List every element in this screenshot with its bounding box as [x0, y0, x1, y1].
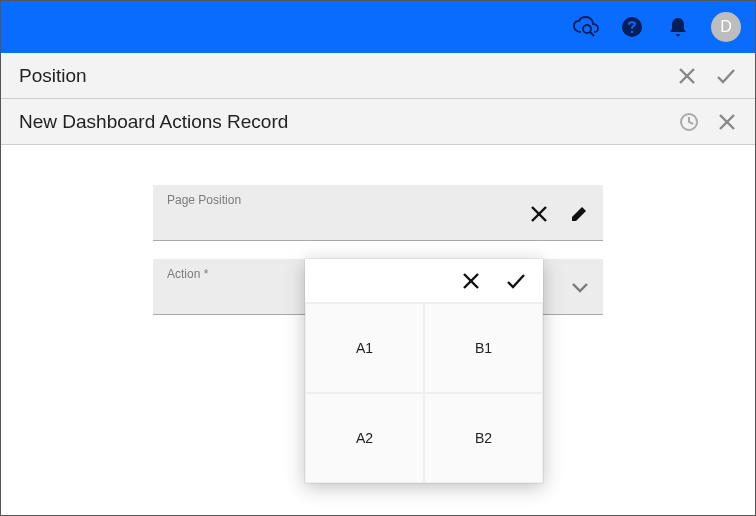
page-position-label: Page Position — [167, 193, 241, 207]
close-icon[interactable] — [717, 112, 737, 132]
position-cell-a1[interactable]: A1 — [305, 303, 424, 393]
position-picker-toolbar — [305, 259, 543, 303]
header-position: Position — [1, 53, 755, 99]
chevron-down-icon[interactable] — [571, 282, 589, 294]
check-icon[interactable] — [505, 271, 527, 291]
action-label: Action * — [167, 267, 208, 281]
avatar[interactable]: D — [711, 12, 741, 42]
avatar-initial: D — [720, 18, 732, 36]
header-record-actions — [679, 112, 737, 132]
help-icon[interactable] — [619, 14, 645, 40]
svg-point-3 — [631, 31, 633, 33]
svg-point-0 — [583, 25, 591, 33]
check-icon[interactable] — [715, 66, 737, 86]
header-record: New Dashboard Actions Record — [1, 99, 755, 145]
bell-icon[interactable] — [665, 14, 691, 40]
close-icon[interactable] — [461, 271, 481, 291]
position-picker-popup: A1 B1 A2 B2 — [305, 259, 543, 483]
position-grid: A1 B1 A2 B2 — [305, 303, 543, 483]
edit-icon[interactable] — [569, 204, 589, 224]
top-app-bar: D — [1, 1, 755, 53]
page-position-field[interactable]: Page Position — [153, 185, 603, 241]
position-cell-a2[interactable]: A2 — [305, 393, 424, 483]
cloud-search-icon[interactable] — [573, 14, 599, 40]
svg-line-1 — [590, 32, 594, 36]
position-cell-b2[interactable]: B2 — [424, 393, 543, 483]
clock-icon[interactable] — [679, 112, 699, 132]
close-icon[interactable] — [529, 204, 549, 224]
close-icon[interactable] — [677, 66, 697, 86]
header-position-actions — [677, 66, 737, 86]
header-position-title: Position — [19, 65, 87, 87]
position-cell-b1[interactable]: B1 — [424, 303, 543, 393]
header-record-title: New Dashboard Actions Record — [19, 111, 288, 133]
